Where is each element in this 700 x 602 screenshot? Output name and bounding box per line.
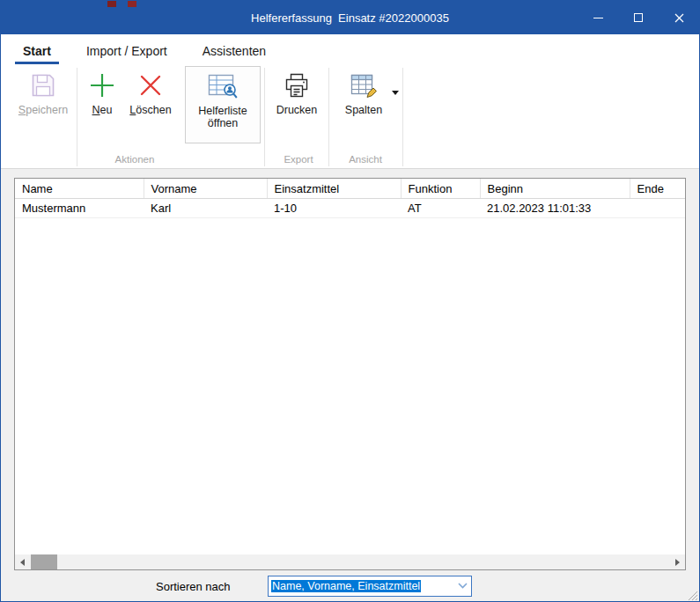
spalten-button[interactable]: Spalten <box>338 66 389 143</box>
cell-name: Mustermann <box>15 199 144 218</box>
resize-grip-icon <box>687 590 698 601</box>
ribbon-separator <box>402 68 403 166</box>
column-header-beginn[interactable]: Beginn <box>480 179 630 199</box>
column-header-einsatzmittel[interactable]: Einsatzmittel <box>267 179 401 199</box>
scroll-left-icon <box>20 559 25 566</box>
app-window: Helfererfassung Einsatz #2022000035 Star… <box>0 0 700 602</box>
delete-x-icon <box>139 70 162 101</box>
ribbon-separator <box>328 68 329 166</box>
helper-table: Name Vorname Einsatzmittel Funktion Begi… <box>15 179 685 218</box>
chevron-down-icon <box>458 583 468 589</box>
ribbon-body: Speichern Neu Löschen <box>1 64 699 168</box>
column-header-funktion[interactable]: Funktion <box>401 179 480 199</box>
speichern-button[interactable]: Speichern <box>13 66 73 143</box>
column-header-ende[interactable]: Ende <box>630 179 685 199</box>
helper-list-icon <box>208 70 238 102</box>
loeschen-label: Löschen <box>129 104 171 116</box>
minimize-button[interactable] <box>578 1 618 34</box>
ribbon: Start Import / Export Assistenten Speich… <box>1 34 699 169</box>
tab-assistenten[interactable]: Assistenten <box>195 40 274 64</box>
ribbon-separator <box>77 68 77 166</box>
neu-label: Neu <box>92 104 113 116</box>
helferliste-oeffnen-button[interactable]: Helferliste öffnen <box>185 66 261 143</box>
cell-beginn: 21.02.2023 11:01:33 <box>480 199 630 218</box>
maximize-icon <box>634 13 643 22</box>
plus-icon <box>89 70 115 101</box>
sort-combobox-value[interactable]: Name, Vorname, Einsatzmittel <box>269 580 453 592</box>
save-icon <box>30 70 56 101</box>
titlebar[interactable]: Helfererfassung Einsatz #2022000035 <box>1 1 699 34</box>
footer: Sortieren nach Name, Vorname, Einsatzmit… <box>1 570 699 601</box>
cell-ende <box>630 199 685 218</box>
close-button[interactable] <box>659 1 699 34</box>
window-controls <box>578 1 699 34</box>
drucken-label: Drucken <box>276 104 318 116</box>
helper-list-panel: Name Vorname Einsatzmittel Funktion Begi… <box>14 178 686 570</box>
cell-funktion: AT <box>401 199 480 218</box>
speichern-label: Speichern <box>18 104 68 116</box>
spalten-label: Spalten <box>345 104 382 116</box>
printer-icon <box>284 70 310 101</box>
minimize-icon <box>593 18 603 18</box>
resize-grip[interactable] <box>687 589 698 600</box>
scroll-left-button[interactable] <box>15 554 30 569</box>
tab-import-export[interactable]: Import / Export <box>78 40 175 64</box>
columns-edit-icon <box>350 70 378 101</box>
cell-einsatzmittel: 1-10 <box>267 199 401 218</box>
group-caption-aktionen: Aktionen <box>115 154 155 165</box>
spalten-dropdown-arrow-icon[interactable] <box>392 91 399 95</box>
group-caption-export: Export <box>284 154 313 165</box>
ribbon-tabs: Start Import / Export Assistenten <box>1 34 699 64</box>
cell-vorname: Karl <box>144 199 267 218</box>
tab-start[interactable]: Start <box>15 40 59 64</box>
ribbon-separator <box>264 68 265 166</box>
sort-combobox[interactable]: Name, Vorname, Einsatzmittel <box>268 576 472 597</box>
table-row[interactable]: Mustermann Karl 1-10 AT 21.02.2023 11:01… <box>15 199 685 218</box>
group-caption-ansicht: Ansicht <box>349 154 382 165</box>
helferliste-label: Helferliste öffnen <box>189 105 256 130</box>
sort-label: Sortieren nach <box>156 579 231 592</box>
table-header-row: Name Vorname Einsatzmittel Funktion Begi… <box>15 179 685 199</box>
loeschen-button[interactable]: Löschen <box>123 66 178 143</box>
column-header-name[interactable]: Name <box>15 179 144 199</box>
scroll-right-icon <box>675 559 680 566</box>
scrollbar-thumb[interactable] <box>31 554 57 569</box>
drucken-button[interactable]: Drucken <box>269 66 325 143</box>
horizontal-scrollbar[interactable] <box>15 554 685 569</box>
maximize-button[interactable] <box>618 1 659 34</box>
scroll-right-button[interactable] <box>670 554 685 569</box>
column-header-vorname[interactable]: Vorname <box>144 179 267 199</box>
sort-combobox-dropdown-button[interactable] <box>453 576 471 596</box>
close-icon <box>674 13 684 23</box>
neu-button[interactable]: Neu <box>81 66 123 143</box>
